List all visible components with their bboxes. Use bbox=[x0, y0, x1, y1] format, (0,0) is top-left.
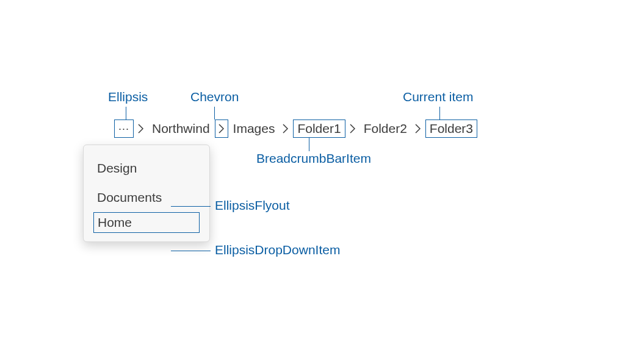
ellipsis-icon: ··· bbox=[118, 123, 129, 134]
breadcrumb-item-folder1-outlined[interactable]: Folder1 bbox=[293, 120, 345, 138]
annotation-ellipsis-dropdown-item-label: EllipsisDropDownItem bbox=[215, 243, 340, 257]
breadcrumb-bar: ··· Northwind Images Folder1 Folder2 Fol… bbox=[114, 120, 477, 138]
breadcrumb-ellipsis-button[interactable]: ··· bbox=[114, 120, 134, 138]
annotation-ellipsis-flyout-label: EllipsisFlyout bbox=[215, 198, 290, 213]
annotation-current-item-label: Current item bbox=[403, 90, 474, 104]
annotation-line bbox=[214, 107, 215, 120]
chevron-right-icon bbox=[347, 120, 359, 138]
annotation-chevron-label: Chevron bbox=[190, 90, 239, 104]
flyout-item-home-outlined[interactable]: Home bbox=[93, 212, 200, 233]
breadcrumb-item-images[interactable]: Images bbox=[229, 120, 279, 138]
breadcrumb-item-folder2[interactable]: Folder2 bbox=[360, 120, 411, 138]
annotation-line bbox=[171, 251, 211, 251]
annotation-line bbox=[309, 138, 309, 151]
chevron-right-icon bbox=[412, 120, 424, 138]
breadcrumb-item-northwind[interactable]: Northwind bbox=[148, 120, 214, 138]
chevron-right-icon bbox=[280, 120, 292, 138]
chevron-right-icon-outlined bbox=[215, 120, 228, 138]
flyout-item-documents[interactable]: Documents bbox=[87, 183, 206, 212]
chevron-right-icon bbox=[135, 120, 147, 138]
annotation-line bbox=[126, 107, 126, 120]
annotation-line bbox=[171, 206, 211, 207]
breadcrumb-item-folder3-current[interactable]: Folder3 bbox=[425, 120, 477, 138]
annotation-ellipsis-label: Ellipsis bbox=[108, 90, 148, 104]
ellipsis-flyout-panel: Design Documents Home bbox=[83, 145, 210, 242]
annotation-line bbox=[439, 107, 440, 120]
flyout-item-design[interactable]: Design bbox=[87, 154, 206, 183]
annotation-breadcrumb-bar-item-label: BreadcrumbBarItem bbox=[256, 151, 371, 166]
